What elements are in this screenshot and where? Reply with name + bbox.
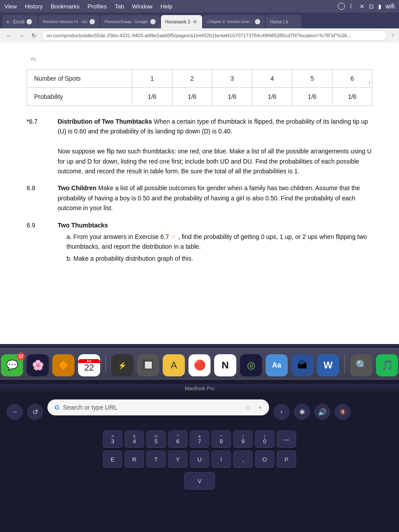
chrome-search-bar[interactable]: G Search or type URL ☆ + bbox=[47, 399, 269, 415]
menu-tab[interactable]: Tab bbox=[115, 3, 124, 10]
add-tab-icon[interactable]: + bbox=[258, 404, 262, 411]
key-p[interactable]: P bbox=[277, 450, 296, 468]
word-icon: W bbox=[324, 360, 333, 371]
key-9[interactable]: ( 9 bbox=[233, 430, 253, 448]
tab-pomona-close[interactable]: ✕ bbox=[150, 19, 156, 24]
back-chevron-circle[interactable]: ‹ bbox=[274, 404, 289, 420]
key-i[interactable]: I bbox=[211, 450, 231, 468]
key-4[interactable]: $ 4 bbox=[125, 430, 144, 448]
exercise-69-sublist: a. From your answers in Exercise 6.7 ☞ ,… bbox=[58, 232, 372, 263]
key-o-label: O bbox=[262, 457, 267, 462]
dock-word[interactable]: W bbox=[317, 354, 339, 376]
tab-revision-close[interactable]: ✕ bbox=[90, 19, 95, 24]
share-button[interactable]: ↑ bbox=[391, 31, 395, 39]
exercise-69-number: 6.9 bbox=[27, 220, 49, 266]
key-5[interactable]: % 5 bbox=[146, 430, 166, 448]
dock-search[interactable]: 🔍 bbox=[350, 354, 372, 376]
menu-window[interactable]: Window bbox=[132, 3, 153, 10]
exercise-67-title: Distribution of Two Thumbtacks bbox=[58, 118, 152, 125]
dock-calendar[interactable]: JUL 22 bbox=[78, 354, 100, 376]
menu-profiles[interactable]: Profiles bbox=[87, 3, 106, 10]
url-text: on.com/products/adec55de-25be-4331-9403-… bbox=[47, 33, 351, 38]
key-8[interactable]: * 8 bbox=[211, 430, 231, 448]
refresh-button[interactable]: ↻ bbox=[29, 31, 38, 40]
messages-badge: 37 bbox=[17, 352, 25, 360]
menu-history[interactable]: History bbox=[25, 3, 43, 10]
dock-spotify[interactable]: 🎵 bbox=[376, 354, 398, 376]
status-circle-icon bbox=[338, 3, 345, 10]
exercise-69-title: Two Thumbtacks bbox=[58, 222, 108, 229]
dock-app-a[interactable]: A bbox=[163, 354, 185, 376]
reload-nav-circle[interactable]: ↺ bbox=[27, 404, 43, 420]
key-7-main: 7 bbox=[198, 438, 201, 444]
menu-view[interactable]: View bbox=[4, 3, 17, 10]
dock-mountain-app[interactable]: 🏔 bbox=[291, 354, 313, 376]
probability-table: Number of Spots 1 2 3 4 5 6 Probability … bbox=[27, 69, 372, 106]
messages-icon: 💬 bbox=[6, 360, 18, 371]
back-nav-circle[interactable]: → bbox=[7, 404, 23, 420]
calendar-day: 22 bbox=[84, 363, 94, 372]
exercise-67-number: *6.7 bbox=[27, 117, 49, 176]
tab-enroll-close[interactable]: ✕ bbox=[27, 19, 32, 24]
key-3[interactable]: # 3 bbox=[103, 430, 122, 448]
tab-homework-label: Homework 3 bbox=[165, 20, 190, 24]
mute-circle[interactable]: 🔇 bbox=[335, 404, 351, 420]
table-cell-label-spots: Number of Spots bbox=[27, 70, 132, 88]
dock-notion[interactable]: N bbox=[214, 354, 236, 376]
browser-chrome: View History Bookmarks Profiles Tab Wind… bbox=[0, 0, 399, 43]
key-r[interactable]: R bbox=[125, 450, 144, 468]
key-e[interactable]: E bbox=[103, 450, 122, 468]
dock-dictionary[interactable]: Aa bbox=[266, 354, 288, 376]
forward-button[interactable]: → bbox=[17, 31, 26, 40]
tab-homework[interactable]: Homework 3 ✕ bbox=[161, 15, 202, 28]
key-comma-label: , bbox=[242, 457, 244, 462]
key-6-main: 6 bbox=[176, 438, 179, 444]
google-icon: G bbox=[55, 404, 59, 411]
exercise-68-number: 6.8 bbox=[27, 183, 49, 213]
tab-chapter6-close[interactable]: ✕ bbox=[255, 19, 260, 24]
dock-chrome[interactable]: 🔴 bbox=[188, 354, 211, 376]
key-dash[interactable]: — bbox=[277, 430, 296, 448]
key-6[interactable]: ^ 6 bbox=[168, 430, 188, 448]
tab-home[interactable]: Home | b bbox=[266, 15, 301, 28]
sub-b-text: Make a probability distribution graph of… bbox=[74, 255, 193, 262]
notion-icon: N bbox=[222, 360, 229, 371]
key-o[interactable]: O bbox=[255, 450, 274, 468]
key-y[interactable]: Y bbox=[168, 450, 188, 468]
menu-bookmarks[interactable]: Bookmarks bbox=[51, 3, 79, 10]
tab-chapter6[interactable]: Chapter 6: Section Exer... ✕ bbox=[203, 15, 265, 28]
bookmark-star-icon[interactable]: ☆ bbox=[246, 404, 251, 411]
key-comma[interactable]: , bbox=[233, 450, 253, 468]
key-p-label: P bbox=[285, 457, 289, 462]
table-cell-prob-3: 1/6 bbox=[212, 88, 252, 106]
exercise-67-link[interactable]: ☞ bbox=[171, 233, 176, 240]
dock-area: 📹 💬 37 🌸 🔶 JUL 22 ⚡ 🔲 A bbox=[0, 344, 399, 384]
dock-messages[interactable]: 💬 37 bbox=[1, 354, 23, 376]
key-7[interactable]: & 7 bbox=[190, 430, 209, 448]
menu-help[interactable]: Help bbox=[160, 3, 172, 10]
key-v[interactable]: V bbox=[184, 472, 215, 490]
key-t[interactable]: T bbox=[146, 450, 166, 468]
dock-app-dots[interactable]: ⚡ bbox=[111, 354, 133, 376]
table-cell-label-prob: Probability bbox=[27, 88, 132, 106]
key-v-label: V bbox=[198, 478, 202, 484]
tab-homework-close[interactable]: ✕ bbox=[192, 19, 198, 24]
settings-circle[interactable]: ✱ bbox=[294, 404, 310, 420]
volume-circle[interactable]: 🔊 bbox=[314, 404, 330, 420]
tab-revision[interactable]: Revision Mission #1 - Go ✕ bbox=[39, 15, 99, 28]
dock-photos[interactable]: 🌸 bbox=[27, 354, 49, 376]
battery-icon: ▮ bbox=[378, 3, 381, 10]
sub-a-letter: a. bbox=[66, 233, 72, 240]
exercise-69-sub-b: b. Make a probability distribution graph… bbox=[66, 254, 372, 263]
tab-pomona[interactable]: Pomona Essay - Google ✕ bbox=[100, 15, 160, 28]
dock-circle-app[interactable]: ◎ bbox=[240, 354, 262, 376]
key-0[interactable]: ) 0 bbox=[255, 430, 274, 448]
table-cell-prob-1: 1/6 bbox=[132, 88, 172, 106]
dictionary-icon: Aa bbox=[272, 361, 281, 369]
back-button[interactable]: ← bbox=[4, 31, 13, 40]
dock-finder[interactable]: 🔶 bbox=[52, 354, 74, 376]
key-u[interactable]: U bbox=[190, 450, 209, 468]
url-input[interactable]: on.com/products/adec55de-25be-4331-9403-… bbox=[42, 30, 387, 41]
tab-enroll[interactable]: e - Enroll ✕ bbox=[2, 15, 38, 28]
dock-squares[interactable]: 🔲 bbox=[137, 354, 159, 376]
